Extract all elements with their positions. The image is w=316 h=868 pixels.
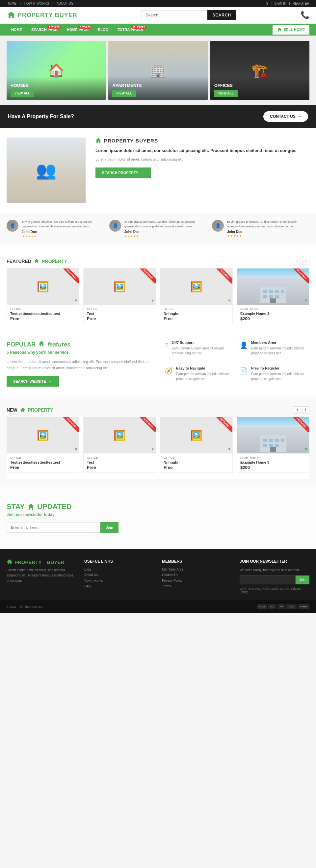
featured-card-2[interactable]: FEATURED 🖼️ ♥ Office Test Free <box>83 268 156 324</box>
heart-icon-3[interactable]: ♥ <box>228 298 230 303</box>
houses-view-all[interactable]: VIEW ALL <box>10 90 34 97</box>
featured-card-3[interactable]: FEATURED 🖼️ ♥ Office Nnhnghn Free <box>160 268 233 324</box>
footer-logo-icon <box>7 559 12 565</box>
new-card-2[interactable]: FEATURED 🖼️ ♥ Office Test Free <box>83 417 156 473</box>
featured-info-1: Office Testtesttessttessttesttesttest Fr… <box>7 305 79 324</box>
featured-card-4[interactable]: FEATURED <box>237 268 309 324</box>
building-svg <box>258 280 288 303</box>
new-info-1: Office Testtesttessttessttesttesttest Fr… <box>7 454 79 472</box>
categories-section: 🏠 HOUSES VIEW ALL 🏢 APARTMENTS VIEW ALL … <box>0 35 316 105</box>
nav-search-page[interactable]: SEARCH PAGE 5 STYLES <box>27 24 62 35</box>
footer-link-how[interactable]: How it works <box>84 579 154 582</box>
new-heart-2[interactable]: ♥ <box>151 447 154 452</box>
sell-home-button[interactable]: SELL HOME <box>272 25 309 35</box>
footer-desc: Lorem ipsum dolor sit amet, consectetur … <box>7 567 76 583</box>
category-apartments[interactable]: 🏢 APARTMENTS VIEW ALL <box>108 41 207 100</box>
newsletter-button[interactable]: Join <box>100 522 118 533</box>
heart-icon-4[interactable]: ♥ <box>305 298 307 303</box>
offices-view-all[interactable]: VIEW ALL <box>214 90 238 97</box>
search-button[interactable]: SEARCH <box>207 10 237 20</box>
new-heart-1[interactable]: ♥ <box>75 447 77 452</box>
footer-newsletter-button[interactable]: Join <box>295 576 309 584</box>
buyers-desc: Lorem ipsum dolor sit amet, consectetur … <box>95 157 309 162</box>
footer-member-link-terms[interactable]: Terms <box>162 584 232 588</box>
topbar-sign-in[interactable]: SIGN IN <box>274 2 286 5</box>
stars-2: ★★★★★ <box>124 234 207 238</box>
nav-home[interactable]: HOME <box>7 24 27 35</box>
testimonial-name-1: John Doe <box>22 230 104 234</box>
newsletter-input[interactable] <box>7 522 100 533</box>
testimonial-2: 👤 Et vim graeco principes. Cu dico nulla… <box>109 220 207 238</box>
topbar-currency: $ <box>266 2 268 5</box>
heart-icon-1[interactable]: ♥ <box>75 298 77 303</box>
ribbon-2: FEATURED <box>139 269 156 284</box>
search-property-button[interactable]: SEARCH PROPERTY → <box>95 167 151 178</box>
search-website-button[interactable]: SEARCH WEBSITE → <box>7 376 59 386</box>
nav-badge-home: 8 STYLES <box>78 26 92 29</box>
topbar-register[interactable]: REGISTER <box>293 2 309 5</box>
new-img-1: FEATURED 🖼️ ♥ <box>7 417 79 454</box>
category-houses[interactable]: 🏠 HOUSES VIEW ALL <box>7 41 106 100</box>
topbar-how-it-works[interactable]: HOW IT WORKS <box>24 2 49 5</box>
testimonial-3: 👤 Et vim graeco principes. Cu dico nulla… <box>212 220 309 238</box>
featured-next[interactable]: › <box>302 258 309 265</box>
phone-icon[interactable]: 📞 <box>300 11 309 20</box>
logo-house-icon <box>7 10 16 20</box>
new-heart-4[interactable]: ♥ <box>305 447 307 452</box>
featured-header: FEATURED PROPERTY ‹ › <box>0 251 316 268</box>
property-price-2: Free <box>87 316 152 321</box>
top-bar: HOME | HOW IT WORKS | ABOUT US $ | SIGN … <box>0 0 316 7</box>
new-next[interactable]: › <box>302 406 309 413</box>
footer-member-link-area[interactable]: Members Area <box>162 567 232 571</box>
featured-img-2: FEATURED 🖼️ ♥ <box>84 269 156 305</box>
features-left: POPULAR features 5 Reasons why you'll ou… <box>7 341 151 386</box>
logo[interactable]: PROPERTY BUYER <box>7 10 77 20</box>
nav-blog[interactable]: BLOG <box>93 24 113 35</box>
footer-member-link-privacy[interactable]: Privacy Policy <box>162 579 232 582</box>
new-card-1[interactable]: FEATURED 🖼️ ♥ Office Testtesttessttesstt… <box>7 417 79 473</box>
footer-link-faq[interactable]: FAQ <box>84 584 154 588</box>
featured-info-4: Apartment Example Home 3 $200 <box>237 305 309 324</box>
new-card-3[interactable]: FEATURED 🖼️ ♥ Office Nnhnghn Free <box>160 417 233 473</box>
stars-1: ★★★★★ <box>22 234 104 238</box>
ribbon-4: FEATURED <box>293 269 309 284</box>
featured-prev[interactable]: ‹ <box>294 258 301 265</box>
property-type-3: Office <box>164 307 229 311</box>
svg-rect-12 <box>275 439 279 442</box>
contact-us-button[interactable]: CONTACT US → <box>263 111 308 122</box>
new-ribbon-4: FEATURED <box>293 417 309 432</box>
category-offices[interactable]: 🏗️ OFFICES VIEW ALL <box>210 41 309 100</box>
search-input[interactable] <box>142 10 207 20</box>
features-right: ≡ 24/7 Support Earn partem audiam impedi… <box>165 341 309 386</box>
offices-overlay: OFFICES VIEW ALL <box>210 76 309 100</box>
footer-link-about[interactable]: About Us <box>84 573 154 577</box>
featured-card-1[interactable]: FEATURED 🖼️ ♥ Office Testtesttessttesstt… <box>7 268 79 324</box>
offices-label: OFFICES <box>214 83 306 88</box>
amex-icon: AMEX <box>298 604 309 609</box>
header: PROPERTY BUYER SEARCH 📞 <box>0 7 316 24</box>
nav-home-page[interactable]: HOME PAGE 8 STYLES <box>62 24 93 35</box>
new-ribbon-1: FEATURED <box>62 417 79 432</box>
footer-members: Members Members Area Contact Us Privacy … <box>162 559 232 594</box>
feature-register-desc: Earn partem audiam impedit oblique propr… <box>251 371 309 381</box>
heart-icon-2[interactable]: ♥ <box>151 298 154 303</box>
apartments-view-all[interactable]: VIEW ALL <box>112 90 136 97</box>
svg-rect-6 <box>269 295 273 299</box>
new-img-2: FEATURED 🖼️ ♥ <box>84 417 156 454</box>
topbar-about-us[interactable]: ABOUT US <box>57 2 74 5</box>
svg-rect-15 <box>269 444 273 447</box>
topbar-home[interactable]: HOME <box>7 2 17 5</box>
new-info-3: Office Nnhnghn Free <box>160 454 232 472</box>
nav-extra-pages[interactable]: EXTRA PAGES 10+ PAGES <box>113 24 148 35</box>
testimonial-text-2: Et vim graeco principes. Cu dico nullam … <box>124 220 207 229</box>
footer-member-link-contact[interactable]: Contact Us <box>162 573 232 577</box>
features-title: POPULAR features <box>7 341 151 348</box>
new-card-4[interactable]: FEATURED <box>237 417 309 473</box>
footer-newsletter-input[interactable] <box>240 576 295 584</box>
feature-navigate-title: Easy to Navigate <box>176 366 234 370</box>
property-type-4: Apartment <box>240 307 306 311</box>
stars-3: ★★★★★ <box>227 234 309 238</box>
new-prev[interactable]: ‹ <box>294 406 301 413</box>
new-heart-3[interactable]: ♥ <box>228 447 230 452</box>
footer-link-blog[interactable]: Blog <box>84 567 154 571</box>
